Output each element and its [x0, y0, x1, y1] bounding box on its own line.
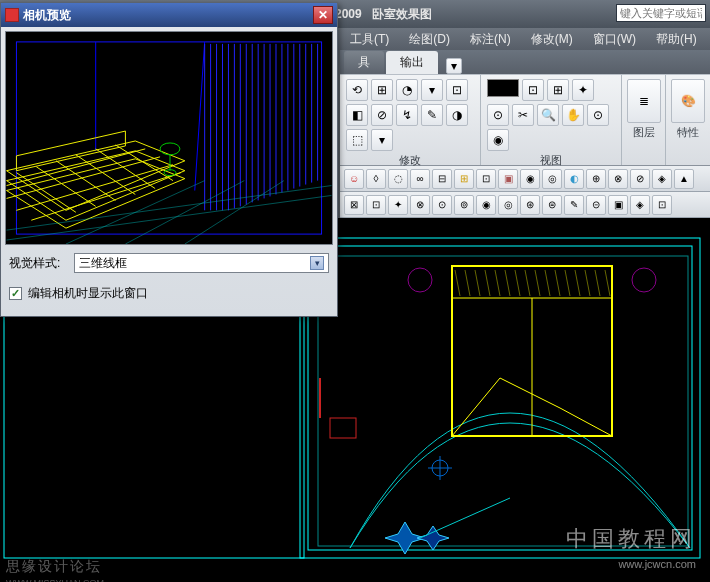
ribbon-btn[interactable]: ◑	[446, 104, 468, 126]
preview-viewport[interactable]	[5, 31, 333, 245]
ribbon-btn[interactable]: ✋	[562, 104, 584, 126]
camera-preview-dialog: 相机预览 ✕	[0, 2, 338, 317]
svg-rect-26	[330, 418, 356, 438]
ribbon-btn[interactable]: ⊞	[547, 79, 569, 101]
visual-style-label: 视觉样式:	[9, 255, 60, 272]
tb-btn[interactable]: ⊗	[608, 169, 628, 189]
tb-btn[interactable]: ☺	[344, 169, 364, 189]
tb-btn[interactable]: ⊠	[344, 195, 364, 215]
ribbon-btn[interactable]: ⊡	[522, 79, 544, 101]
ribbon-btn[interactable]: ⟲	[346, 79, 368, 101]
svg-line-13	[515, 270, 520, 296]
svg-point-23	[408, 268, 432, 292]
search-input[interactable]	[616, 4, 706, 22]
tb-btn[interactable]: ⊙	[432, 195, 452, 215]
svg-line-17	[555, 270, 560, 296]
tb-btn[interactable]: ⊡	[366, 195, 386, 215]
tb-btn[interactable]: ◉	[476, 195, 496, 215]
svg-line-18	[565, 270, 570, 296]
tb-btn[interactable]: ⊘	[630, 169, 650, 189]
svg-line-65	[31, 173, 181, 221]
watermark-main: 中国教程网	[566, 524, 696, 554]
tb-btn[interactable]: ▲	[674, 169, 694, 189]
ribbon-btn[interactable]: ↯	[396, 104, 418, 126]
svg-line-69	[7, 186, 332, 231]
tb-btn[interactable]: ◈	[652, 169, 672, 189]
watermark-left: 思缘设计论坛	[6, 558, 102, 576]
ribbon-btn[interactable]: ⊡	[446, 79, 468, 101]
ribbon-btn[interactable]: ✦	[572, 79, 594, 101]
tb-btn[interactable]: ✎	[564, 195, 584, 215]
tb-btn[interactable]: ⊡	[652, 195, 672, 215]
ribbon-btn[interactable]: ⊙	[587, 104, 609, 126]
tb-btn[interactable]: ◈	[630, 195, 650, 215]
ribbon-btn[interactable]: ◉	[487, 129, 509, 151]
svg-rect-0	[300, 238, 700, 558]
visual-style-dropdown[interactable]: 三维线框 ▾	[74, 253, 329, 273]
ribbon-btn[interactable]: ◧	[346, 104, 368, 126]
menu-draw[interactable]: 绘图(D)	[399, 31, 460, 48]
svg-line-15	[535, 270, 540, 296]
tab-prev[interactable]: 具	[344, 51, 384, 74]
show-window-checkbox[interactable]: ✓	[9, 287, 22, 300]
ribbon-btn[interactable]: ▾	[421, 79, 443, 101]
ribbon-btn[interactable]: ⬚	[346, 129, 368, 151]
tb-btn[interactable]: ⊝	[586, 195, 606, 215]
svg-rect-2	[318, 256, 688, 546]
ribbon: ⟲ ⊞ ◔ ▾ ⊡ ◧ ⊘ ↯ ✎ ◑ ⬚ ▾ 修改 ⊡ ⊞ ✦ ⊙	[340, 74, 710, 166]
ribbon-btn[interactable]: ⊙	[487, 104, 509, 126]
dialog-title-text: 相机预览	[23, 7, 71, 24]
tb-btn[interactable]: ⊛	[520, 195, 540, 215]
ribbon-btn[interactable]: ⊘	[371, 104, 393, 126]
tb-btn[interactable]: ⊕	[586, 169, 606, 189]
ribbon-group-props: 特性	[677, 123, 699, 140]
tb-btn[interactable]: ⊗	[410, 195, 430, 215]
svg-line-56	[16, 173, 75, 213]
color-swatch[interactable]	[487, 79, 519, 97]
tb-btn[interactable]: ◉	[520, 169, 540, 189]
ribbon-btn[interactable]: ◔	[396, 79, 418, 101]
svg-line-20	[585, 270, 590, 296]
close-button[interactable]: ✕	[313, 6, 333, 24]
tb-btn[interactable]: ▣	[498, 169, 518, 189]
tb-btn[interactable]: ◐	[564, 169, 584, 189]
tb-btn[interactable]: ⊜	[542, 195, 562, 215]
tb-btn[interactable]: ⊟	[432, 169, 452, 189]
svg-line-22	[605, 270, 610, 296]
svg-point-24	[632, 268, 656, 292]
menu-modify[interactable]: 修改(M)	[521, 31, 583, 48]
watermark-url: www.jcwcn.com	[618, 558, 696, 570]
layers-button[interactable]: ≣	[627, 79, 661, 123]
properties-button[interactable]: 🎨	[671, 79, 705, 123]
ribbon-btn[interactable]: 🔍	[537, 104, 559, 126]
menu-window[interactable]: 窗口(W)	[583, 31, 646, 48]
tb-btn[interactable]: ∞	[410, 169, 430, 189]
tb-btn[interactable]: ⊡	[476, 169, 496, 189]
svg-line-8	[465, 270, 470, 296]
tab-output[interactable]: 输出	[386, 51, 438, 74]
tb-btn[interactable]: ◎	[498, 195, 518, 215]
svg-line-19	[575, 270, 580, 296]
ribbon-btn[interactable]: ⊞	[371, 79, 393, 101]
svg-line-11	[495, 270, 500, 296]
tab-dropdown-icon[interactable]: ▾	[446, 58, 462, 74]
dialog-icon	[5, 8, 19, 22]
tb-btn[interactable]: ◌	[388, 169, 408, 189]
ribbon-btn[interactable]: ✎	[421, 104, 443, 126]
ribbon-group-layers: 图层	[633, 123, 655, 140]
tb-btn[interactable]: ⊞	[454, 169, 474, 189]
svg-line-32	[420, 498, 510, 538]
tb-btn[interactable]: ◊	[366, 169, 386, 189]
chevron-down-icon: ▾	[310, 256, 324, 270]
menu-dimension[interactable]: 标注(N)	[460, 31, 521, 48]
svg-line-9	[475, 270, 480, 296]
menu-tools[interactable]: 工具(T)	[340, 31, 399, 48]
tb-btn[interactable]: ◎	[542, 169, 562, 189]
tb-btn[interactable]: ▣	[608, 195, 628, 215]
menu-help[interactable]: 帮助(H)	[646, 31, 707, 48]
tb-btn[interactable]: ⊚	[454, 195, 474, 215]
dialog-titlebar[interactable]: 相机预览 ✕	[1, 3, 337, 27]
ribbon-btn[interactable]: ▾	[371, 129, 393, 151]
tb-btn[interactable]: ✦	[388, 195, 408, 215]
ribbon-btn[interactable]: ✂	[512, 104, 534, 126]
